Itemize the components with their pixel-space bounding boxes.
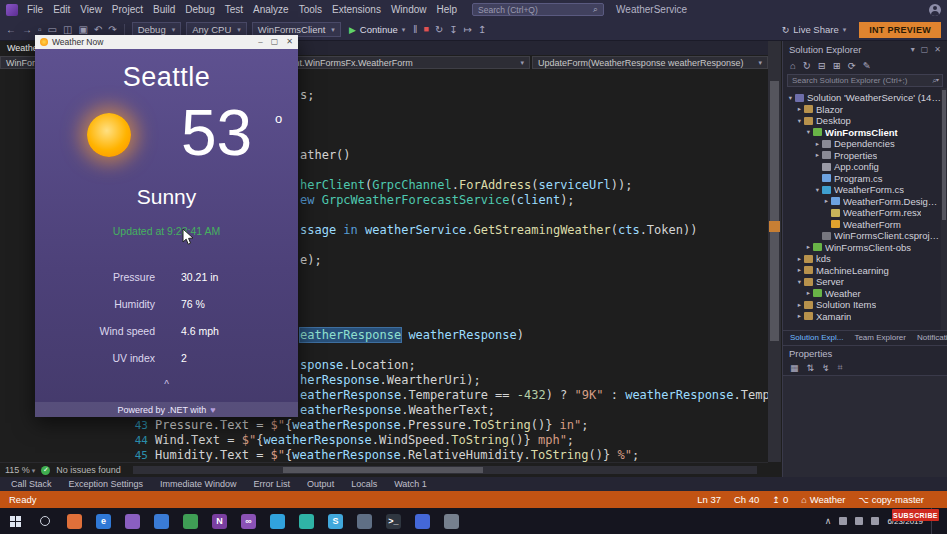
- expander-collapsed-icon[interactable]: ▸: [795, 105, 804, 113]
- categorized-icon[interactable]: ▦: [790, 363, 799, 373]
- tree-item-solution-items[interactable]: ▸Solution Items: [783, 299, 941, 311]
- document-health-icon[interactable]: ✓: [41, 466, 50, 475]
- property-pages-icon[interactable]: ⌗: [838, 362, 843, 373]
- menu-tools[interactable]: Tools: [294, 4, 327, 15]
- taskbar-rdp-icon[interactable]: [437, 508, 466, 534]
- back-icon[interactable]: ←: [6, 25, 16, 35]
- expander-collapsed-icon[interactable]: ▸: [795, 255, 804, 263]
- step-out-icon[interactable]: ↥: [478, 25, 486, 35]
- vertical-scrollbar-thumb[interactable]: [770, 81, 779, 341]
- tree-item-desktop[interactable]: ▾Desktop: [783, 115, 941, 127]
- tree-item-dependencies[interactable]: ▸Dependencies: [783, 138, 941, 150]
- tree-item-weatherform-cs[interactable]: ▾WeatherForm.cs: [783, 184, 941, 196]
- properties-icon[interactable]: ✎: [863, 60, 871, 71]
- tab-team-explorer[interactable]: Team Explorer: [849, 332, 911, 343]
- tree-item-solution-weatherservice-14-of-16[interactable]: ▾Solution 'WeatherService' (14 of 16 pro…: [783, 92, 941, 104]
- taskbar-vscode-insiders-icon[interactable]: [292, 508, 321, 534]
- tree-item-blazor[interactable]: ▸Blazor: [783, 104, 941, 116]
- forward-icon[interactable]: →: [22, 25, 32, 35]
- tree-item-winformsclient-csproj-old[interactable]: WinFormsClient.csproj.old: [783, 230, 941, 242]
- menu-extensions[interactable]: Extensions: [327, 4, 386, 15]
- taskbar-firefox-icon[interactable]: [60, 508, 89, 534]
- taskbar-edge-dev-icon[interactable]: [408, 508, 437, 534]
- expander-collapsed-icon[interactable]: ▸: [813, 140, 822, 148]
- line-number[interactable]: 43: [126, 418, 148, 433]
- expander-expanded-icon[interactable]: ▾: [786, 94, 795, 102]
- network-icon[interactable]: [855, 517, 863, 525]
- close-icon[interactable]: ✕: [286, 38, 293, 46]
- menu-analyze[interactable]: Analyze: [248, 4, 294, 15]
- tree-item-weatherform-designer-cs[interactable]: ▸WeatherForm.Designer.cs: [783, 196, 941, 208]
- show-all-files-icon[interactable]: ⊞: [833, 60, 841, 71]
- alphabetical-icon[interactable]: ⇅: [807, 363, 815, 373]
- taskbar-store-icon[interactable]: [118, 508, 147, 534]
- code-line[interactable]: 43Pressure.Text = $"{weatherResponse.Pre…: [0, 418, 768, 433]
- tree-item-winformsclient[interactable]: ▾WinFormsClient: [783, 127, 941, 139]
- open-file-icon[interactable]: ▭: [48, 25, 57, 35]
- save-all-icon[interactable]: ▣: [78, 25, 87, 35]
- taskbar-vscode-icon[interactable]: [263, 508, 292, 534]
- menu-build[interactable]: Build: [148, 4, 180, 15]
- subscribe-overlay-button[interactable]: SUBSCRIBE: [892, 509, 939, 521]
- panel-tab-output[interactable]: Output: [299, 478, 342, 490]
- tree-item-winformsclient-obs[interactable]: ▸WinFormsClient-obs: [783, 242, 941, 254]
- save-icon[interactable]: ◫: [63, 25, 72, 35]
- taskbar-onenote-icon[interactable]: N: [205, 508, 234, 534]
- restart-icon[interactable]: ↻: [435, 25, 443, 35]
- tree-item-weather[interactable]: ▸Weather: [783, 288, 941, 300]
- tree-item-app-config[interactable]: App.config: [783, 161, 941, 173]
- new-file-icon[interactable]: ▫: [38, 25, 42, 35]
- expander-collapsed-icon[interactable]: ▸: [822, 197, 831, 205]
- panel-tab-exception-settings[interactable]: Exception Settings: [61, 478, 152, 490]
- status-item-ch-40[interactable]: Ch 40: [734, 494, 759, 505]
- expander-expanded-icon[interactable]: ▾: [804, 128, 813, 136]
- taskbar-skype-icon[interactable]: S: [321, 508, 350, 534]
- panel-tab-error-list[interactable]: Error List: [246, 478, 299, 490]
- panel-tab-watch-1[interactable]: Watch 1: [386, 478, 435, 490]
- status-item-0[interactable]: ↥0: [772, 494, 788, 505]
- step-over-icon[interactable]: ↦: [464, 25, 472, 35]
- line-number[interactable]: 44: [126, 433, 148, 448]
- expander-collapsed-icon[interactable]: ▸: [813, 151, 822, 159]
- expander-expanded-icon[interactable]: ▾: [795, 278, 804, 286]
- undo-icon[interactable]: ↶: [94, 25, 102, 35]
- menu-test[interactable]: Test: [220, 4, 248, 15]
- tree-item-kds[interactable]: ▸kds: [783, 253, 941, 265]
- redo-icon[interactable]: ↷: [108, 25, 116, 35]
- tree-item-weatherform-resx[interactable]: WeatherForm.resx: [783, 207, 941, 219]
- tree-item-machinelearning[interactable]: ▸MachineLearning: [783, 265, 941, 277]
- events-icon[interactable]: ↯: [822, 363, 830, 373]
- taskbar-search-button[interactable]: [30, 508, 60, 534]
- continue-button[interactable]: ▶ Continue: [346, 24, 408, 35]
- taskbar-visual-studio-icon[interactable]: ∞: [234, 508, 263, 534]
- menu-file[interactable]: File: [22, 4, 48, 15]
- menu-debug[interactable]: Debug: [180, 4, 219, 15]
- collapse-all-icon[interactable]: ⊟: [818, 60, 826, 71]
- maximize-icon[interactable]: ▢: [271, 38, 279, 46]
- tree-item-server[interactable]: ▾Server: [783, 276, 941, 288]
- taskbar-outlook-icon[interactable]: [147, 508, 176, 534]
- editor-horizontal-scrollbar[interactable]: [133, 466, 757, 474]
- horizontal-scrollbar-thumb[interactable]: [283, 467, 483, 473]
- live-share-button[interactable]: ↻ Live Share: [782, 24, 846, 35]
- tree-item-properties[interactable]: ▸Properties: [783, 150, 941, 162]
- switch-views-icon[interactable]: ⌂: [790, 60, 796, 71]
- tab-notifications[interactable]: Notifications: [912, 332, 947, 343]
- tab-solution-expl[interactable]: Solution Expl...: [785, 332, 848, 343]
- action-center-icon[interactable]: [871, 517, 879, 525]
- quick-search-input[interactable]: Search (Ctrl+Q): [472, 3, 604, 16]
- int-preview-badge[interactable]: INT PREVIEW: [859, 22, 941, 38]
- member-dropdown[interactable]: UpdateForm(WeatherResponse weatherRespon…: [532, 56, 768, 69]
- taskbar-your-phone-icon[interactable]: [350, 508, 379, 534]
- expander-collapsed-icon[interactable]: ▸: [804, 289, 813, 297]
- stop-icon[interactable]: ■: [423, 25, 428, 35]
- close-icon[interactable]: ✕: [934, 45, 941, 54]
- status-item-weather[interactable]: ⌂Weather: [801, 494, 845, 505]
- solution-search-input[interactable]: Search Solution Explorer (Ctrl+;): [787, 74, 943, 87]
- expander-collapsed-icon[interactable]: ▸: [795, 312, 804, 320]
- expander-expanded-icon[interactable]: ▾: [813, 186, 822, 194]
- expander-expanded-icon[interactable]: ▾: [795, 117, 804, 125]
- user-avatar[interactable]: [929, 4, 941, 16]
- panel-tab-call-stack[interactable]: Call Stack: [3, 478, 60, 490]
- editor-vertical-scrollbar[interactable]: [768, 41, 781, 462]
